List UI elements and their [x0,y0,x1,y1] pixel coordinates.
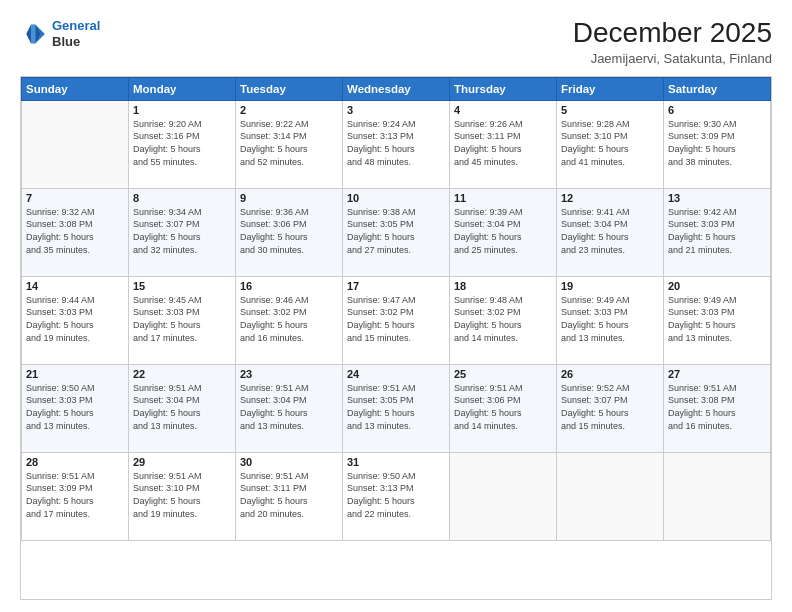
logo-line1: General [52,18,100,33]
day-info: Sunrise: 9:51 AMSunset: 3:11 PMDaylight:… [240,470,338,520]
table-row [664,452,771,540]
day-number: 4 [454,104,552,116]
day-number: 25 [454,368,552,380]
calendar-week-row: 21Sunrise: 9:50 AMSunset: 3:03 PMDayligh… [22,364,771,452]
table-row: 23Sunrise: 9:51 AMSunset: 3:04 PMDayligh… [236,364,343,452]
table-row: 12Sunrise: 9:41 AMSunset: 3:04 PMDayligh… [557,188,664,276]
table-row: 10Sunrise: 9:38 AMSunset: 3:05 PMDayligh… [343,188,450,276]
calendar-week-row: 7Sunrise: 9:32 AMSunset: 3:08 PMDaylight… [22,188,771,276]
calendar-week-row: 14Sunrise: 9:44 AMSunset: 3:03 PMDayligh… [22,276,771,364]
col-monday: Monday [129,77,236,100]
table-row: 15Sunrise: 9:45 AMSunset: 3:03 PMDayligh… [129,276,236,364]
col-thursday: Thursday [450,77,557,100]
day-info: Sunrise: 9:51 AMSunset: 3:05 PMDaylight:… [347,382,445,432]
day-info: Sunrise: 9:38 AMSunset: 3:05 PMDaylight:… [347,206,445,256]
table-row: 8Sunrise: 9:34 AMSunset: 3:07 PMDaylight… [129,188,236,276]
day-number: 9 [240,192,338,204]
table-row: 14Sunrise: 9:44 AMSunset: 3:03 PMDayligh… [22,276,129,364]
table-row: 27Sunrise: 9:51 AMSunset: 3:08 PMDayligh… [664,364,771,452]
logo-text: General Blue [52,18,100,49]
calendar-week-row: 1Sunrise: 9:20 AMSunset: 3:16 PMDaylight… [22,100,771,188]
table-row: 16Sunrise: 9:46 AMSunset: 3:02 PMDayligh… [236,276,343,364]
table-row: 25Sunrise: 9:51 AMSunset: 3:06 PMDayligh… [450,364,557,452]
day-info: Sunrise: 9:51 AMSunset: 3:10 PMDaylight:… [133,470,231,520]
page: General Blue December 2025 Jaemijaervi, … [0,0,792,612]
title-block: December 2025 Jaemijaervi, Satakunta, Fi… [573,18,772,66]
day-info: Sunrise: 9:51 AMSunset: 3:04 PMDaylight:… [133,382,231,432]
calendar-week-row: 28Sunrise: 9:51 AMSunset: 3:09 PMDayligh… [22,452,771,540]
calendar: Sunday Monday Tuesday Wednesday Thursday… [20,76,772,600]
table-row: 30Sunrise: 9:51 AMSunset: 3:11 PMDayligh… [236,452,343,540]
table-row: 28Sunrise: 9:51 AMSunset: 3:09 PMDayligh… [22,452,129,540]
day-number: 3 [347,104,445,116]
table-row: 2Sunrise: 9:22 AMSunset: 3:14 PMDaylight… [236,100,343,188]
day-number: 17 [347,280,445,292]
day-info: Sunrise: 9:39 AMSunset: 3:04 PMDaylight:… [454,206,552,256]
table-row: 19Sunrise: 9:49 AMSunset: 3:03 PMDayligh… [557,276,664,364]
day-number: 27 [668,368,766,380]
day-info: Sunrise: 9:50 AMSunset: 3:13 PMDaylight:… [347,470,445,520]
table-row: 21Sunrise: 9:50 AMSunset: 3:03 PMDayligh… [22,364,129,452]
day-number: 7 [26,192,124,204]
table-row: 29Sunrise: 9:51 AMSunset: 3:10 PMDayligh… [129,452,236,540]
table-row: 4Sunrise: 9:26 AMSunset: 3:11 PMDaylight… [450,100,557,188]
col-saturday: Saturday [664,77,771,100]
day-info: Sunrise: 9:46 AMSunset: 3:02 PMDaylight:… [240,294,338,344]
col-tuesday: Tuesday [236,77,343,100]
calendar-header-row: Sunday Monday Tuesday Wednesday Thursday… [22,77,771,100]
day-info: Sunrise: 9:22 AMSunset: 3:14 PMDaylight:… [240,118,338,168]
day-info: Sunrise: 9:51 AMSunset: 3:06 PMDaylight:… [454,382,552,432]
day-info: Sunrise: 9:32 AMSunset: 3:08 PMDaylight:… [26,206,124,256]
day-info: Sunrise: 9:42 AMSunset: 3:03 PMDaylight:… [668,206,766,256]
day-info: Sunrise: 9:41 AMSunset: 3:04 PMDaylight:… [561,206,659,256]
day-number: 12 [561,192,659,204]
table-row [450,452,557,540]
logo: General Blue [20,18,100,49]
day-number: 5 [561,104,659,116]
day-info: Sunrise: 9:47 AMSunset: 3:02 PMDaylight:… [347,294,445,344]
day-number: 24 [347,368,445,380]
table-row: 1Sunrise: 9:20 AMSunset: 3:16 PMDaylight… [129,100,236,188]
table-row: 31Sunrise: 9:50 AMSunset: 3:13 PMDayligh… [343,452,450,540]
day-info: Sunrise: 9:51 AMSunset: 3:09 PMDaylight:… [26,470,124,520]
day-number: 29 [133,456,231,468]
table-row: 13Sunrise: 9:42 AMSunset: 3:03 PMDayligh… [664,188,771,276]
day-number: 11 [454,192,552,204]
table-row: 17Sunrise: 9:47 AMSunset: 3:02 PMDayligh… [343,276,450,364]
subtitle: Jaemijaervi, Satakunta, Finland [573,51,772,66]
day-number: 6 [668,104,766,116]
table-row: 22Sunrise: 9:51 AMSunset: 3:04 PMDayligh… [129,364,236,452]
day-number: 16 [240,280,338,292]
day-number: 14 [26,280,124,292]
day-number: 20 [668,280,766,292]
day-number: 28 [26,456,124,468]
table-row: 11Sunrise: 9:39 AMSunset: 3:04 PMDayligh… [450,188,557,276]
table-row: 9Sunrise: 9:36 AMSunset: 3:06 PMDaylight… [236,188,343,276]
day-number: 21 [26,368,124,380]
day-number: 13 [668,192,766,204]
col-wednesday: Wednesday [343,77,450,100]
main-title: December 2025 [573,18,772,49]
day-info: Sunrise: 9:20 AMSunset: 3:16 PMDaylight:… [133,118,231,168]
svg-marker-2 [31,24,36,43]
day-number: 15 [133,280,231,292]
table-row: 18Sunrise: 9:48 AMSunset: 3:02 PMDayligh… [450,276,557,364]
day-number: 1 [133,104,231,116]
day-info: Sunrise: 9:28 AMSunset: 3:10 PMDaylight:… [561,118,659,168]
table-row: 5Sunrise: 9:28 AMSunset: 3:10 PMDaylight… [557,100,664,188]
day-info: Sunrise: 9:49 AMSunset: 3:03 PMDaylight:… [561,294,659,344]
table-row: 20Sunrise: 9:49 AMSunset: 3:03 PMDayligh… [664,276,771,364]
day-number: 31 [347,456,445,468]
table-row [22,100,129,188]
table-row: 24Sunrise: 9:51 AMSunset: 3:05 PMDayligh… [343,364,450,452]
day-info: Sunrise: 9:36 AMSunset: 3:06 PMDaylight:… [240,206,338,256]
col-sunday: Sunday [22,77,129,100]
day-info: Sunrise: 9:50 AMSunset: 3:03 PMDaylight:… [26,382,124,432]
table-row: 26Sunrise: 9:52 AMSunset: 3:07 PMDayligh… [557,364,664,452]
table-row: 3Sunrise: 9:24 AMSunset: 3:13 PMDaylight… [343,100,450,188]
day-info: Sunrise: 9:51 AMSunset: 3:04 PMDaylight:… [240,382,338,432]
col-friday: Friday [557,77,664,100]
day-info: Sunrise: 9:26 AMSunset: 3:11 PMDaylight:… [454,118,552,168]
header: General Blue December 2025 Jaemijaervi, … [20,18,772,66]
table-row: 6Sunrise: 9:30 AMSunset: 3:09 PMDaylight… [664,100,771,188]
